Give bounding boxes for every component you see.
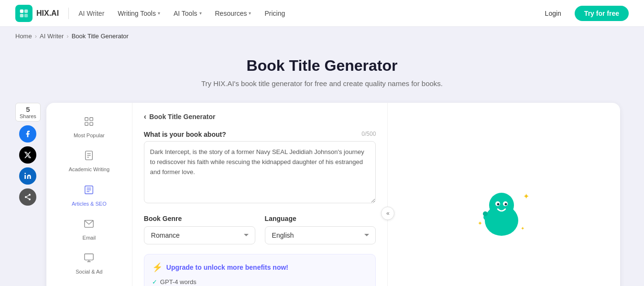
try-for-free-button[interactable]: Try for free <box>575 6 629 21</box>
check-icon: ✓ <box>152 278 157 286</box>
sidebar: Most Popular Academic Writing <box>46 103 132 286</box>
svg-text:✦: ✦ <box>478 220 482 227</box>
svg-point-7 <box>29 198 31 200</box>
breadcrumb-current: Book Title Generator <box>72 33 129 40</box>
nav-writing-tools[interactable]: Writing Tools ▾ <box>112 7 166 20</box>
svg-text:✦: ✦ <box>523 192 529 200</box>
share-count: 5 Shares <box>15 103 41 121</box>
chevron-down-icon: ▾ <box>249 11 251 16</box>
nav-brand: AI Writer <box>78 10 104 17</box>
upgrade-icon: ⚡ <box>152 262 163 273</box>
sidebar-item-label: Most Popular <box>74 132 105 139</box>
breadcrumb: Home › AI Writer › Book Title Generator <box>0 27 644 45</box>
back-arrow-icon: ‹ <box>144 112 146 121</box>
svg-text:✦: ✦ <box>521 226 524 231</box>
svg-point-6 <box>25 196 27 198</box>
sidebar-item-social-ad[interactable]: Social & Ad <box>46 247 132 281</box>
sidebar-item-ecommerce[interactable]: Ecommerce <box>46 281 132 286</box>
monitor-icon <box>84 253 94 265</box>
svg-point-35 <box>497 203 500 205</box>
svg-rect-3 <box>24 13 28 17</box>
genre-group: Book Genre Romance Mystery Fantasy Scien… <box>144 215 255 244</box>
nav-resources[interactable]: Resources ▾ <box>209 7 257 20</box>
feature-gpt4-text: GPT-4 words <box>160 278 196 286</box>
genre-label: Book Genre <box>144 215 255 222</box>
page-title: Book Title Generator <box>15 57 629 75</box>
chevron-down-icon: ▾ <box>199 11 202 16</box>
sidebar-item-articles-seo[interactable]: Articles & SEO <box>46 179 132 213</box>
svg-rect-10 <box>85 118 88 121</box>
login-button[interactable]: Login <box>537 7 569 20</box>
share-more-button[interactable] <box>19 188 36 206</box>
nav-links: Writing Tools ▾ AI Tools ▾ Resources ▾ P… <box>112 7 537 20</box>
breadcrumb-home[interactable]: Home <box>15 33 32 40</box>
main-layout: 5 Shares Most Popul <box>0 95 644 286</box>
svg-rect-1 <box>24 9 28 12</box>
sidebar-item-label: Social & Ad <box>76 268 102 275</box>
sidebar-item-email[interactable]: Email <box>46 213 132 247</box>
upgrade-title: ⚡ Upgrade to unlock more benefits now! <box>152 262 368 273</box>
language-group: Language English Spanish French German C… <box>265 215 376 244</box>
nav-logo[interactable]: HIX.AI AI Writer <box>15 5 104 22</box>
sidebar-item-academic-writing[interactable]: Academic Writing <box>46 144 132 178</box>
book-description-input[interactable] <box>144 141 376 203</box>
breadcrumb-sep-2: › <box>66 33 68 40</box>
share-linkedin-button[interactable] <box>19 167 36 185</box>
share-x-button[interactable] <box>19 146 36 164</box>
svg-rect-0 <box>20 9 23 12</box>
collapse-panel-button[interactable]: « <box>381 207 394 220</box>
share-facebook-button[interactable] <box>19 125 36 143</box>
sidebar-item-most-popular[interactable]: Most Popular <box>46 110 132 144</box>
language-select[interactable]: English Spanish French German Chinese Ja… <box>265 226 376 244</box>
grid-icon <box>84 116 94 129</box>
svg-point-4 <box>25 173 26 174</box>
svg-rect-23 <box>85 254 93 260</box>
svg-point-5 <box>29 194 31 196</box>
nav-ai-tools[interactable]: AI Tools ▾ <box>168 7 207 20</box>
nav-divider <box>68 8 69 19</box>
upgrade-box: ⚡ Upgrade to unlock more benefits now! ✓… <box>144 254 376 286</box>
back-button[interactable]: ‹ Book Title Generator <box>144 112 376 121</box>
right-panel: « ✦ ✦ ✦ <box>388 103 620 286</box>
nav-right: Login Try for free <box>537 6 629 21</box>
upgrade-features: ✓ GPT-4 words ✓ More customization optio… <box>152 278 368 286</box>
page-header: Book Title Generator Try HIX.AI's book t… <box>0 45 644 95</box>
svg-rect-13 <box>90 122 93 125</box>
language-label: Language <box>265 215 376 222</box>
tool-panel: Most Popular Academic Writing <box>46 103 620 286</box>
textarea-label: What is your book about? 0/500 <box>144 131 376 138</box>
svg-line-9 <box>27 195 29 197</box>
mascot-area: ✦ ✦ ✦ <box>473 182 535 244</box>
form-area: ‹ Book Title Generator What is your book… <box>132 103 388 286</box>
sidebar-item-label: Email <box>83 234 96 241</box>
svg-rect-11 <box>90 118 93 121</box>
logo-text: HIX.AI <box>36 9 59 18</box>
char-count: 0/500 <box>361 131 376 138</box>
nav-pricing[interactable]: Pricing <box>259 7 291 20</box>
sidebar-item-label: Academic Writing <box>69 166 109 173</box>
svg-rect-12 <box>85 122 88 125</box>
svg-point-38 <box>483 211 488 216</box>
svg-rect-2 <box>20 13 23 17</box>
mascot-illustration: ✦ ✦ ✦ <box>473 182 535 244</box>
articles-icon <box>84 185 94 198</box>
page-subtitle: Try HIX.AI's book title generator for fr… <box>15 79 629 88</box>
social-share-panel: 5 Shares <box>15 103 41 286</box>
chevron-down-icon: ▾ <box>158 11 160 16</box>
sidebar-item-label: Articles & SEO <box>72 200 107 207</box>
navbar: HIX.AI AI Writer Writing Tools ▾ AI Tool… <box>0 0 644 27</box>
email-icon <box>84 219 94 231</box>
document-icon <box>84 150 94 163</box>
svg-point-32 <box>489 193 514 218</box>
form-row: Book Genre Romance Mystery Fantasy Scien… <box>144 215 376 244</box>
breadcrumb-ai-writer[interactable]: AI Writer <box>40 33 64 40</box>
genre-select[interactable]: Romance Mystery Fantasy Science Fiction … <box>144 226 255 244</box>
svg-point-36 <box>505 203 507 205</box>
hix-logo-icon <box>15 5 33 22</box>
svg-line-8 <box>27 198 29 199</box>
upgrade-feature-gpt4: ✓ GPT-4 words <box>152 278 368 286</box>
breadcrumb-sep-1: › <box>35 33 37 40</box>
